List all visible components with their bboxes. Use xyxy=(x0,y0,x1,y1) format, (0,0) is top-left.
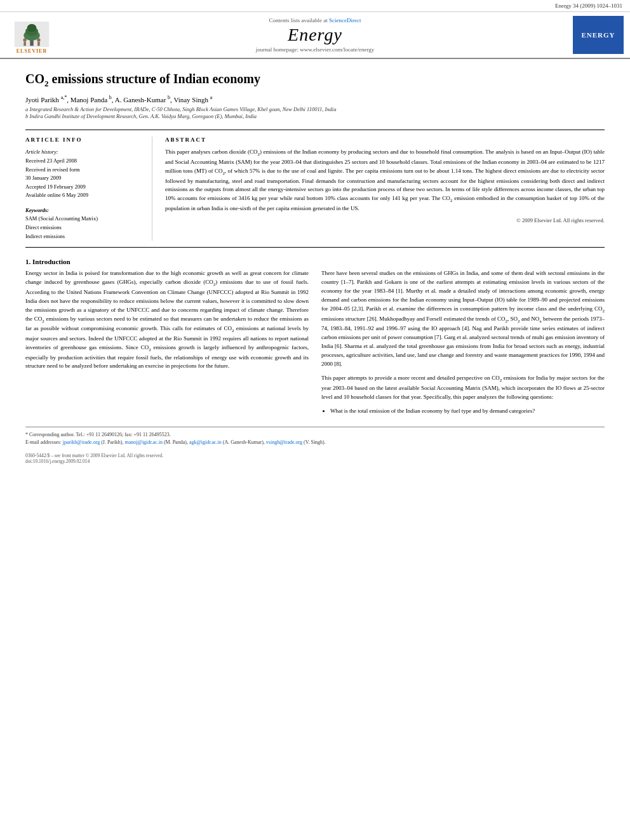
question-item-1: What is the total emission of the Indian… xyxy=(330,407,605,416)
email2-person: (M. Panda), xyxy=(164,439,188,445)
keyword-3: Indirect emissions xyxy=(25,232,143,241)
email1-person: (J. Parikh), xyxy=(101,439,123,445)
svg-rect-6 xyxy=(23,42,26,46)
affiliation-b: b Indira Gandhi Institute of Development… xyxy=(25,113,605,121)
svg-point-5 xyxy=(23,38,26,41)
keywords-section: Keywords: SAM (Social Accounting Matrix)… xyxy=(25,206,143,241)
body-left-col: Energy sector in India is poised for tra… xyxy=(25,269,309,418)
elsevier-label: ELSEVIER xyxy=(17,48,47,54)
article-info-heading: ARTICLE INFO xyxy=(25,137,143,143)
top-bar: Energy 34 (2009) 1024–1031 xyxy=(0,0,630,12)
journal-title: Energy xyxy=(64,25,566,45)
journal-homepage: journal homepage: www.elsevier.com/locat… xyxy=(64,46,566,53)
co2-subscript: 2 xyxy=(44,79,49,88)
copyright-line: © 2009 Elsevier Ltd. All rights reserved… xyxy=(165,217,605,223)
keyword-2: Direct emissions xyxy=(25,223,143,232)
issn-line: 0360-5442/$ – see front matter © 2009 El… xyxy=(25,453,605,458)
abstract-text: This paper analyses carbon dioxide (CO2)… xyxy=(165,148,605,213)
email-link-3[interactable]: agk@igidr.ac.in xyxy=(189,439,222,445)
history-heading: Article history: xyxy=(25,148,143,157)
body-right-col: There have been several studies on the e… xyxy=(321,269,605,418)
energy-logo-box: ENERGY xyxy=(573,16,624,54)
keyword-1: SAM (Social Accounting Matrix) xyxy=(25,215,143,223)
body-two-col: Energy sector in India is poised for tra… xyxy=(25,269,605,418)
svg-point-4 xyxy=(27,24,37,32)
doi-line: doi:10.1016/j.energy.2009.02.014 xyxy=(25,458,605,464)
article-info-col: ARTICLE INFO Article history: Received 2… xyxy=(25,137,152,241)
elsevier-logo: ELSEVIER xyxy=(6,16,57,54)
affiliation-a: a Integrated Research & Action for Devel… xyxy=(25,106,605,114)
keywords-heading: Keywords: xyxy=(25,206,143,215)
abstract-heading: ABSTRACT xyxy=(165,137,605,143)
available-date: Available online 6 May 2009 xyxy=(25,191,143,200)
received-revised-date: 30 January 2009 xyxy=(25,174,143,183)
intro-para-3: This paper attempts to provide a more re… xyxy=(321,374,605,402)
journal-center: Contents lists available at ScienceDirec… xyxy=(64,17,566,53)
email-label: E-mail addresses: xyxy=(25,439,62,445)
section1-title: 1. Introduction xyxy=(25,258,605,265)
intro-para-2: There have been several studies on the e… xyxy=(321,269,605,369)
email-link-2[interactable]: manoj@igidr.ac.in xyxy=(125,439,163,445)
received-revised-label: Received in revised form xyxy=(25,166,143,175)
journal-reference: Energy 34 (2009) 1024–1031 xyxy=(555,3,622,9)
email-link-4[interactable]: vsingh@irade.org xyxy=(266,439,302,445)
authors: Jyoti Parikh a,*, Manoj Panda b, A. Gane… xyxy=(25,95,605,103)
intro-para-1: Energy sector in India is poised for tra… xyxy=(25,269,309,371)
abstract-col: ABSTRACT This paper analyses carbon diox… xyxy=(165,137,605,241)
footnotes: * Corresponding author. Tel.: +91 11 264… xyxy=(25,427,605,446)
email-addresses: E-mail addresses: jparikh@irade.org (J. … xyxy=(25,439,605,446)
page-footer: 0360-5442/$ – see front matter © 2009 El… xyxy=(25,453,605,464)
article-title: CO2 emissions structure of Indian econom… xyxy=(25,70,605,90)
corresponding-author-note: * Corresponding author. Tel.: +91 11 264… xyxy=(25,431,605,439)
science-direct-link[interactable]: ScienceDirect xyxy=(329,17,361,23)
svg-rect-8 xyxy=(37,42,40,46)
main-content: CO2 emissions structure of Indian econom… xyxy=(0,59,630,476)
science-direct-text: Contents lists available at ScienceDirec… xyxy=(64,17,566,23)
accepted-date: Accepted 19 February 2009 xyxy=(25,183,143,192)
email-link-1[interactable]: jparikh@irade.org xyxy=(63,439,100,445)
question-list: What is the total emission of the Indian… xyxy=(330,407,605,416)
email4-person: (V. Singh). xyxy=(304,439,326,445)
elsevier-tree-icon xyxy=(13,22,51,47)
article-info-abstract-section: ARTICLE INFO Article history: Received 2… xyxy=(25,130,605,248)
article-history: Article history: Received 23 April 2008 … xyxy=(25,148,143,200)
received-date: Received 23 April 2008 xyxy=(25,157,143,166)
svg-point-7 xyxy=(37,38,40,41)
affiliations: a Integrated Research & Action for Devel… xyxy=(25,106,605,121)
email3-person: (A. Ganesh-Kumar), xyxy=(223,439,265,445)
journal-header: ELSEVIER Contents lists available at Sci… xyxy=(0,12,630,59)
